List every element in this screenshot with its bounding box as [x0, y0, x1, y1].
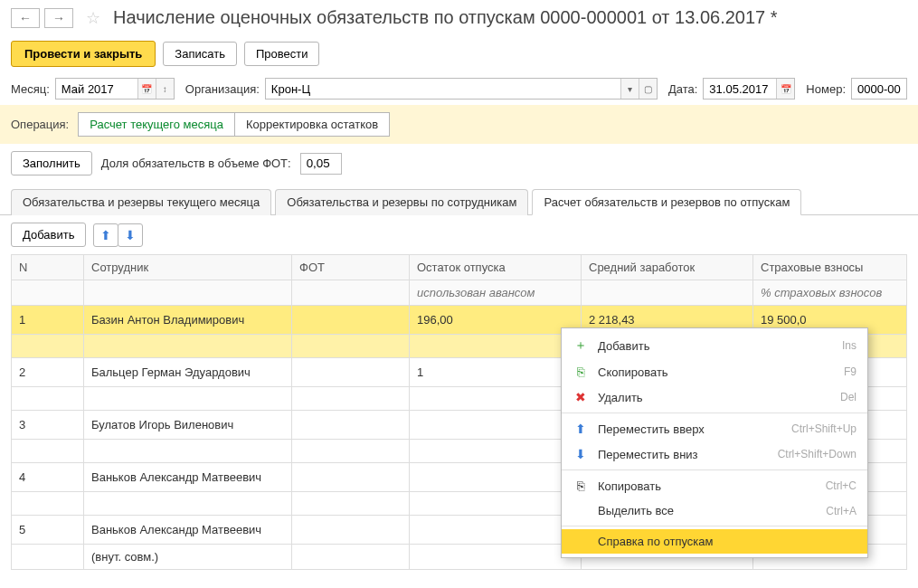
page-title: Начисление оценочных обязательств по отп…: [113, 7, 778, 28]
context-menu-item[interactable]: Справка по отпускам: [562, 529, 867, 554]
share-label: Доля обязательств в объеме ФОТ:: [101, 156, 291, 170]
month-input[interactable]: [56, 79, 137, 99]
share-input[interactable]: [300, 153, 342, 175]
context-menu-item[interactable]: ✖УдалитьDel: [562, 384, 867, 410]
segment-correction[interactable]: Корректировка остатков: [235, 112, 390, 137]
context-menu-separator: [562, 469, 867, 470]
context-menu-icon: ＋: [573, 337, 589, 354]
month-stepper[interactable]: ↕: [156, 79, 174, 99]
org-field[interactable]: ▾ ▢: [265, 78, 658, 100]
col-n[interactable]: N: [12, 255, 84, 280]
month-field[interactable]: 📅 ↕: [55, 78, 175, 100]
number-field[interactable]: [851, 78, 907, 100]
col-ins[interactable]: Страховые взносы: [753, 255, 907, 280]
context-menu-label: Скопировать: [598, 365, 835, 379]
context-menu-shortcut: Ctrl+C: [826, 479, 856, 492]
number-input[interactable]: [852, 79, 906, 99]
date-field[interactable]: 📅: [703, 78, 795, 100]
context-menu: ＋ДобавитьIns⎘СкопироватьF9✖УдалитьDel⬆Пе…: [561, 327, 868, 558]
nav-forward-button[interactable]: →: [44, 8, 73, 28]
tab-obligations-employees[interactable]: Обязательства и резервы по сотрудникам: [275, 189, 528, 215]
operation-label: Операция:: [11, 118, 69, 131]
segment-calc-current[interactable]: Расчет текущего месяца: [78, 112, 235, 137]
context-menu-separator: [562, 413, 867, 413]
post-and-close-button[interactable]: Провести и закрыть: [11, 41, 156, 67]
context-menu-icon: ✖: [573, 390, 589, 404]
number-label: Номер:: [806, 82, 846, 96]
context-menu-label: Выделить все: [598, 504, 817, 517]
col-rest[interactable]: Остаток отпуска: [410, 255, 582, 280]
tab-calc-vacation[interactable]: Расчет обязательств и резервов по отпуск…: [532, 189, 801, 215]
context-menu-shortcut: Del: [840, 391, 856, 403]
col-fot[interactable]: ФОТ: [292, 255, 410, 280]
nav-back-button[interactable]: ←: [11, 8, 40, 28]
context-menu-shortcut: Ctrl+Shift+Up: [791, 422, 856, 435]
context-menu-item[interactable]: Выделить всеCtrl+A: [562, 498, 867, 523]
date-input[interactable]: [704, 79, 776, 99]
context-menu-label: Справка по отпускам: [598, 535, 847, 548]
sub-col-rest: использован авансом: [410, 280, 582, 306]
favorite-star-icon[interactable]: ☆: [84, 9, 102, 27]
context-menu-label: Удалить: [598, 391, 831, 404]
org-label: Организация:: [185, 82, 260, 96]
add-row-button[interactable]: Добавить: [11, 223, 86, 247]
context-menu-item[interactable]: ⎘КопироватьCtrl+C: [562, 473, 867, 498]
context-menu-icon: ⎘: [573, 479, 589, 493]
calendar-icon[interactable]: 📅: [137, 79, 156, 99]
org-dropdown-icon[interactable]: ▾: [620, 79, 639, 99]
fill-button[interactable]: Заполнить: [11, 151, 92, 175]
date-label: Дата:: [668, 82, 697, 96]
sub-col-ins: % страховых взносов: [753, 280, 907, 306]
context-menu-shortcut: Ins: [842, 339, 856, 352]
col-employee[interactable]: Сотрудник: [84, 255, 292, 280]
context-menu-item[interactable]: ⬇Переместить внизCtrl+Shift+Down: [562, 441, 867, 467]
tab-obligations-month[interactable]: Обязательства и резервы текущего месяца: [11, 189, 271, 215]
context-menu-label: Копировать: [598, 479, 817, 493]
context-menu-shortcut: F9: [844, 365, 856, 378]
context-menu-label: Переместить вверх: [598, 422, 782, 436]
context-menu-icon: ⬆: [573, 422, 589, 436]
context-menu-item[interactable]: ⬆Переместить вверхCtrl+Shift+Up: [562, 416, 867, 441]
context-menu-item[interactable]: ＋ДобавитьIns: [562, 332, 867, 359]
context-menu-shortcut: Ctrl+A: [826, 505, 856, 517]
move-up-icon[interactable]: ⬆: [93, 223, 118, 247]
context-menu-icon: ⬇: [573, 447, 589, 461]
col-avg[interactable]: Средний заработок: [582, 255, 753, 280]
org-open-icon[interactable]: ▢: [639, 79, 657, 99]
save-button[interactable]: Записать: [163, 42, 237, 66]
move-down-icon[interactable]: ⬇: [118, 223, 143, 247]
date-calendar-icon[interactable]: 📅: [776, 79, 794, 99]
context-menu-label: Переместить вниз: [598, 448, 769, 461]
context-menu-separator: [562, 526, 867, 526]
context-menu-label: Добавить: [598, 339, 833, 353]
month-label: Месяц:: [11, 82, 50, 96]
org-input[interactable]: [266, 79, 620, 99]
context-menu-shortcut: Ctrl+Shift+Down: [778, 448, 856, 460]
context-menu-item[interactable]: ⎘СкопироватьF9: [562, 359, 867, 384]
context-menu-icon: ⎘: [573, 365, 589, 379]
post-button[interactable]: Провести: [244, 42, 320, 66]
